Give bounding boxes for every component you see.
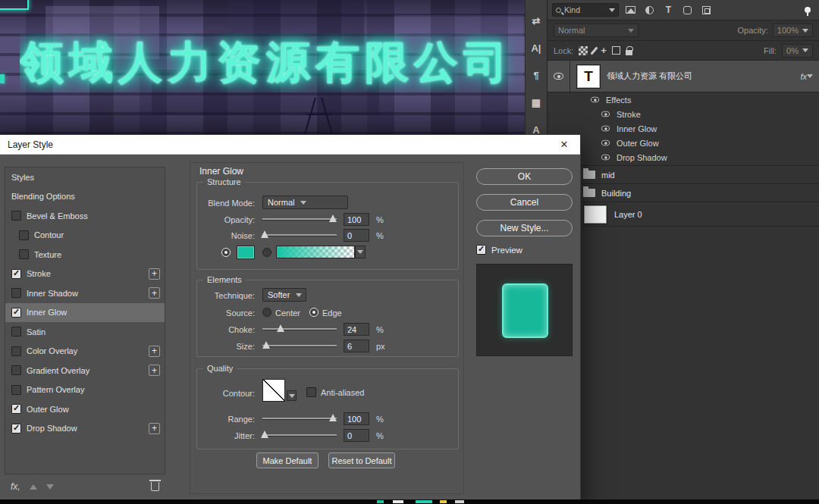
source-edge-radio[interactable] [309, 308, 318, 317]
effect-row-drop-shadow[interactable]: Drop Shadow [548, 150, 819, 164]
group-name[interactable]: mid [601, 171, 615, 180]
taskbar-icon[interactable] [377, 500, 384, 503]
slider-thumb[interactable] [277, 324, 284, 332]
style-item-color-overlay[interactable]: Color Overlay + [5, 342, 165, 362]
glow-gradient-swatch[interactable] [276, 246, 355, 258]
taskbar-icon[interactable] [455, 500, 464, 503]
double-arrow-panel-icon[interactable]: ⇄ [526, 9, 547, 32]
layer-fill-field[interactable]: 0% [782, 44, 813, 58]
style-item-pattern-overlay[interactable]: Pattern Overlay [5, 380, 165, 400]
gradient-mode-radio[interactable] [262, 248, 271, 257]
style-item-satin[interactable]: Satin [5, 322, 165, 342]
lock-pixels-icon[interactable] [591, 46, 598, 55]
opacity-slider[interactable] [262, 214, 337, 224]
style-item-drop-shadow[interactable]: Drop Shadow + [5, 419, 165, 439]
add-instance-button[interactable]: + [149, 423, 160, 434]
preview-toggle[interactable]: Preview [476, 245, 522, 255]
style-item-inner-glow[interactable]: Inner Glow [5, 303, 165, 323]
contour-thumbnail[interactable] [262, 379, 285, 402]
slider-thumb[interactable] [261, 230, 268, 238]
checkbox-icon[interactable] [11, 211, 21, 221]
eye-icon[interactable] [601, 126, 610, 132]
slider-thumb[interactable] [261, 430, 268, 438]
style-item-inner-shadow[interactable]: Inner Shadow + [5, 283, 165, 303]
style-item-texture[interactable]: Texture [5, 245, 165, 265]
filter-type-layers-button[interactable]: T [661, 3, 676, 17]
collapse-effects-icon[interactable] [807, 74, 813, 78]
checkbox-icon[interactable] [19, 230, 29, 240]
add-instance-button[interactable]: + [149, 346, 160, 357]
style-item-contour[interactable]: Contour [5, 226, 165, 246]
taskbar-icon[interactable] [416, 500, 432, 503]
eye-icon[interactable] [601, 111, 610, 117]
layer0-thumbnail[interactable] [584, 205, 607, 224]
reset-to-default-button[interactable]: Reset to Default [328, 452, 395, 468]
contour-picker-button[interactable] [287, 390, 297, 401]
source-edge-label[interactable]: Edge [322, 308, 342, 318]
layer-filter-toggle[interactable] [800, 3, 814, 17]
delete-style-icon[interactable] [151, 482, 159, 491]
noise-field[interactable]: 0 [344, 229, 369, 242]
technique-dropdown[interactable]: Softer [262, 288, 306, 302]
jitter-slider[interactable] [262, 430, 337, 440]
checkbox-icon[interactable] [11, 385, 21, 395]
fx-menu[interactable]: fx, [11, 481, 20, 492]
add-instance-button[interactable]: + [149, 287, 160, 299]
dialog-titlebar[interactable]: Layer Style ✕ [0, 135, 580, 155]
new-style-button[interactable]: New Style... [476, 220, 573, 236]
antialiased-label[interactable]: Anti-aliased [321, 388, 364, 397]
color-mode-radio[interactable] [221, 248, 231, 257]
style-item-stroke[interactable]: Stroke + [5, 265, 165, 284]
blend-mode-dropdown[interactable]: Normal [262, 196, 348, 209]
effect-row-outer-glow[interactable]: Outer Glow [548, 136, 819, 150]
layer-filter-kind-select[interactable]: Kind [552, 3, 619, 17]
move-style-down-icon[interactable] [46, 484, 54, 490]
filter-pixel-layers-button[interactable] [623, 3, 638, 17]
taskbar-icon[interactable] [393, 500, 403, 503]
move-style-up-icon[interactable] [30, 484, 37, 490]
lock-artboard-icon[interactable] [612, 46, 620, 55]
checkbox-icon[interactable] [11, 346, 21, 356]
effect-row-inner-glow[interactable]: Inner Glow [548, 121, 819, 136]
opacity-field[interactable]: 100 [344, 213, 369, 226]
text-layer-thumbnail[interactable]: T [577, 65, 600, 88]
lock-all-icon[interactable] [626, 50, 632, 55]
paragraph-panel-icon[interactable]: ¶ [526, 64, 547, 86]
source-center-label[interactable]: Center [275, 308, 300, 318]
eye-icon[interactable] [601, 155, 610, 161]
size-field[interactable]: 6 [344, 340, 369, 352]
glow-color-swatch[interactable] [237, 246, 255, 259]
layer-group-building[interactable]: Building [548, 184, 819, 202]
preview-checkbox[interactable] [476, 245, 486, 255]
checkbox-icon[interactable] [11, 365, 21, 375]
filter-smart-objects-button[interactable] [699, 3, 714, 17]
checkbox-icon[interactable] [11, 269, 21, 279]
checkbox-icon[interactable] [11, 288, 21, 298]
cancel-button[interactable]: Cancel [476, 194, 573, 211]
eye-icon[interactable] [554, 73, 563, 80]
checkbox-icon[interactable] [11, 404, 21, 414]
checkbox-icon[interactable] [11, 308, 21, 318]
blend-mode-select[interactable]: Normal [554, 23, 639, 37]
layer-name[interactable]: Layer 0 [614, 210, 642, 219]
eye-icon[interactable] [591, 97, 599, 103]
filter-shape-layers-button[interactable] [680, 3, 695, 17]
layer-row-layer0[interactable]: Layer 0 [548, 202, 819, 227]
character-panel-icon[interactable]: A| [526, 36, 547, 59]
style-item-styles[interactable]: Styles [5, 167, 165, 187]
range-slider[interactable] [262, 413, 337, 423]
slider-thumb[interactable] [262, 341, 270, 349]
size-slider[interactable] [262, 340, 337, 350]
filter-adjustment-layers-button[interactable] [642, 3, 657, 17]
slider-thumb[interactable] [329, 214, 337, 222]
layer-row-text-layer[interactable]: T 领域人力资源 有限公司 fx [548, 61, 819, 92]
visibility-cell[interactable] [548, 61, 570, 92]
slider-thumb[interactable] [329, 414, 337, 421]
choke-slider[interactable] [262, 324, 337, 333]
fx-badge[interactable]: fx [800, 72, 807, 81]
style-item-bevel-emboss[interactable]: Bevel & Emboss [5, 206, 165, 226]
gradient-picker-button[interactable] [355, 246, 366, 258]
antialiased-checkbox[interactable] [306, 387, 316, 397]
effect-row-stroke[interactable]: Stroke [548, 107, 819, 121]
style-item-outer-glow[interactable]: Outer Glow [5, 399, 165, 419]
